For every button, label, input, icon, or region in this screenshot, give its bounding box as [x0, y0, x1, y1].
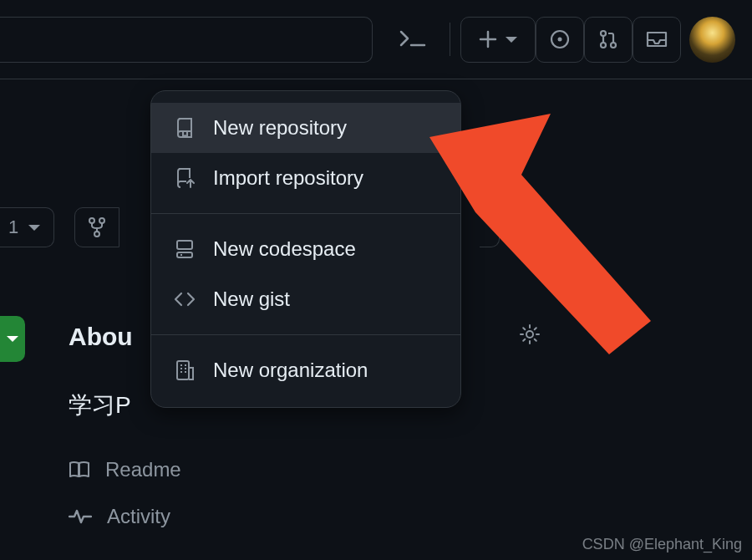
chevron-down-icon — [506, 37, 517, 43]
menu-item-new-repository[interactable]: New repository — [151, 103, 460, 153]
svg-rect-14 — [177, 252, 192, 257]
edit-about-button[interactable] — [518, 323, 541, 346]
menu-item-new-codespace[interactable]: New codespace — [151, 224, 460, 274]
pull-request-icon — [597, 28, 619, 50]
codespace-icon — [173, 237, 196, 261]
menu-item-label: New gist — [213, 288, 290, 311]
search-input-edge[interactable] — [0, 17, 373, 63]
link-label: Readme — [105, 458, 181, 481]
about-heading: Abou — [69, 323, 133, 351]
create-new-dropdown: New repository Import repository New cod… — [150, 90, 461, 408]
pulse-icon — [69, 508, 92, 525]
svg-point-12 — [526, 331, 533, 338]
code-icon — [173, 288, 196, 311]
gear-icon — [518, 323, 541, 346]
menu-item-label: New organization — [213, 359, 368, 382]
readme-link[interactable]: Readme — [69, 458, 181, 481]
menu-item-new-organization[interactable]: New organization — [151, 345, 460, 395]
pull-requests-button[interactable] — [584, 17, 633, 63]
svg-point-9 — [89, 218, 94, 223]
repo-action-row: 1 — [0, 207, 119, 247]
issue-icon — [549, 28, 571, 50]
repo-icon — [173, 116, 196, 140]
svg-point-7 — [611, 43, 616, 48]
svg-point-6 — [601, 43, 606, 48]
org-icon — [173, 359, 196, 382]
terminal-icon — [399, 29, 428, 49]
divider — [450, 23, 450, 56]
svg-point-5 — [601, 31, 606, 36]
fork-icon — [87, 216, 107, 238]
svg-marker-23 — [429, 114, 651, 354]
menu-item-new-gist[interactable]: New gist — [151, 274, 460, 324]
link-label: Activity — [107, 505, 170, 528]
chevron-down-icon — [28, 225, 40, 231]
watch-count-badge[interactable]: 1 — [0, 207, 54, 247]
svg-rect-13 — [177, 241, 192, 249]
repo-push-icon — [173, 166, 196, 190]
menu-separator — [151, 334, 460, 335]
avatar[interactable] — [689, 17, 735, 63]
chevron-down-icon — [7, 336, 18, 342]
menu-item-label: New codespace — [213, 237, 356, 261]
svg-rect-16 — [177, 361, 189, 379]
watermark: CSDN @Elephant_King — [582, 536, 742, 553]
create-new-button[interactable] — [460, 17, 536, 63]
inbox-button[interactable] — [633, 17, 681, 63]
fork-button[interactable] — [74, 207, 119, 247]
svg-point-11 — [94, 232, 99, 237]
issues-button[interactable] — [536, 17, 584, 63]
book-icon — [69, 461, 90, 479]
activity-link[interactable]: Activity — [69, 505, 181, 528]
count-value: 1 — [8, 216, 18, 238]
star-button-edge[interactable] — [480, 207, 500, 247]
command-palette-button[interactable] — [388, 17, 440, 63]
menu-item-label: New repository — [213, 116, 347, 140]
menu-item-label: Import repository — [213, 166, 363, 190]
menu-separator — [151, 213, 460, 214]
plus-icon — [479, 30, 497, 48]
about-links: Readme Activity — [69, 458, 181, 528]
inbox-icon — [645, 29, 668, 49]
top-bar — [0, 0, 752, 79]
about-description: 学习P — [69, 389, 131, 421]
code-button-edge[interactable] — [0, 316, 25, 362]
menu-item-import-repository[interactable]: Import repository — [151, 153, 460, 203]
svg-point-10 — [99, 218, 104, 223]
svg-point-4 — [558, 38, 562, 42]
